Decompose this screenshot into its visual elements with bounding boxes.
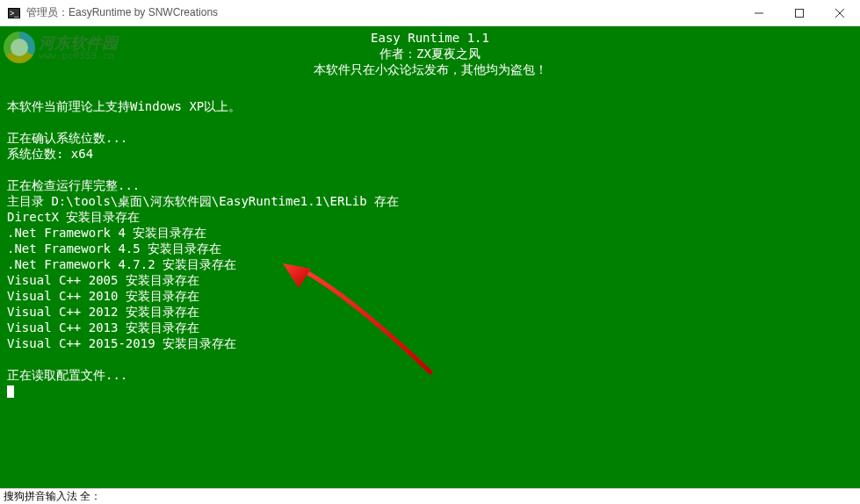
- console-line: Visual C++ 2013 安装目录存在: [7, 320, 853, 335]
- console-line: 本软件当前理论上支持Windows XP以上。: [7, 98, 853, 114]
- console-line: Visual C++ 2010 安装目录存在: [7, 288, 853, 304]
- minimize-button[interactable]: —: [739, 0, 779, 26]
- console-line: DirectX 安装目录存在: [7, 209, 853, 225]
- text-cursor: [7, 385, 14, 398]
- svg-rect-4: [796, 10, 804, 18]
- console-line: 正在检查运行库完整...: [7, 177, 853, 193]
- console-line: .Net Framework 4.7.2 安装目录存在: [7, 256, 853, 272]
- close-button[interactable]: ✕: [820, 0, 860, 26]
- ime-status-text: 搜狗拼音输入法 全：: [4, 489, 101, 504]
- console-line: Visual C++ 2005 安装目录存在: [7, 272, 853, 288]
- console-line: Visual C++ 2012 安装目录存在: [7, 304, 853, 320]
- window-title: 管理员：EasyRuntime by SNWCreations: [26, 5, 739, 20]
- svg-text:>_: >_: [10, 9, 19, 18]
- console-line: [7, 114, 853, 130]
- console-line: 本软件只在小众论坛发布，其他均为盗包！: [7, 61, 853, 77]
- console-line: Visual C++ 2015-2019 安装目录存在: [7, 335, 853, 351]
- console-line: 系统位数: x64: [7, 146, 853, 162]
- console-line: .Net Framework 4.5 安装目录存在: [7, 241, 853, 256]
- console-line: 正在确认系统位数...: [7, 130, 853, 146]
- console-line: [7, 351, 853, 367]
- console-line: 作者：ZX夏夜之风: [7, 46, 853, 61]
- console-output[interactable]: 河东软件园 www.pc0359.cn Easy Runtime 1.1 作者：…: [0, 26, 860, 488]
- console-line: [7, 83, 853, 98]
- console-line: Easy Runtime 1.1: [7, 30, 853, 46]
- terminal-window: >_ 管理员：EasyRuntime by SNWCreations — ☐ ✕…: [0, 0, 860, 504]
- console-line: 正在读取配置文件...: [7, 367, 853, 383]
- titlebar[interactable]: >_ 管理员：EasyRuntime by SNWCreations — ☐ ✕: [0, 0, 860, 26]
- console-line: 主目录 D:\tools\桌面\河东软件园\EasyRuntime1.1\ERL…: [7, 193, 853, 209]
- console-line: .Net Framework 4 安装目录存在: [7, 225, 853, 241]
- maximize-button[interactable]: ☐: [779, 0, 820, 26]
- app-icon: >_: [7, 6, 21, 20]
- console-header: Easy Runtime 1.1 作者：ZX夏夜之风 本软件只在小众论坛发布，其…: [7, 30, 853, 77]
- window-controls: — ☐ ✕: [739, 0, 860, 25]
- console-line: [7, 162, 853, 177]
- ime-status-bar[interactable]: 搜狗拼音输入法 全：: [0, 488, 860, 504]
- console-body: 本软件当前理论上支持Windows XP以上。 正在确认系统位数...系统位数:…: [7, 83, 853, 383]
